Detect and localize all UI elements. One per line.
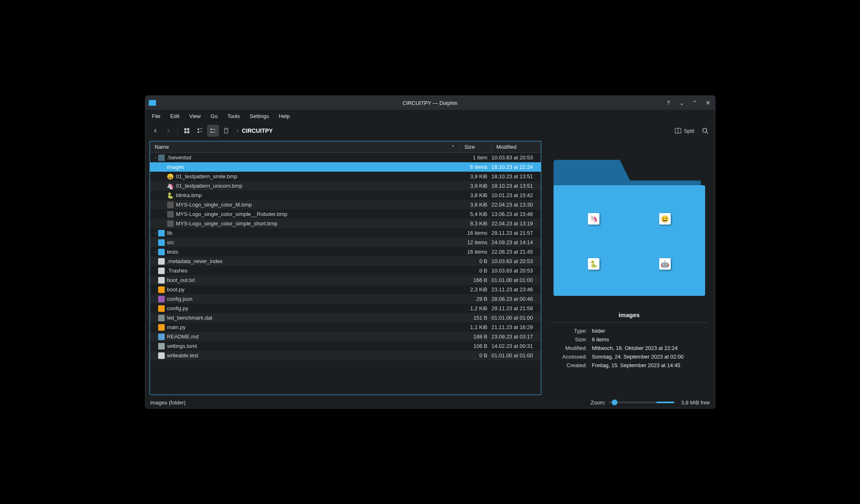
svg-rect-1	[187, 128, 189, 130]
file-row[interactable]: MYS-Logo_single_color_simple_short.bmp8,…	[150, 219, 541, 228]
file-name: 01_testpattern_smile.bmp	[176, 173, 238, 179]
menu-tools[interactable]: Tools	[223, 111, 244, 121]
file-row[interactable]: MYS-Logo_single_color_M.bmp3,8 KiB22.04.…	[150, 200, 541, 209]
forward-button[interactable]	[163, 125, 174, 136]
file-row[interactable]: .Trashes0 B10.03.63 at 20:53	[150, 266, 541, 275]
file-list[interactable]: ›.fseventsd1 item10.03.63 at 20:53⌄image…	[150, 153, 541, 395]
file-row[interactable]: settings.toml106 B14.02.23 at 00:31	[150, 341, 541, 351]
svg-rect-13	[225, 129, 227, 129]
file-name: images	[167, 164, 184, 170]
file-row[interactable]: .metadata_never_index0 B10.03.63 at 20:5…	[150, 257, 541, 266]
file-py-icon	[158, 286, 165, 293]
zoom-slider[interactable]	[609, 402, 674, 403]
expander-icon[interactable]: ›	[153, 231, 158, 235]
file-row[interactable]: MYS-Logo_single_color_simple__Roboter.bm…	[150, 209, 541, 219]
help-icon[interactable]: ?	[665, 100, 672, 106]
file-row[interactable]: config.py1,2 KiB29.11.23 at 21:58	[150, 304, 541, 313]
emoji-icon: 🦄	[167, 183, 174, 189]
back-button[interactable]	[150, 125, 161, 136]
status-free-space: 3,8 MiB free	[681, 400, 710, 406]
file-py-icon	[158, 324, 165, 331]
file-row[interactable]: boot_out.txt166 B01.01.00 at 01:00	[150, 275, 541, 285]
menu-go[interactable]: Go	[206, 111, 222, 121]
file-size: 0 B	[460, 268, 492, 274]
file-modified: 18.10.23 at 13:51	[492, 183, 541, 189]
file-size: 16 items	[460, 249, 492, 255]
file-size: 1,1 KiB	[460, 324, 492, 330]
breadcrumb-current[interactable]: CIRCUITPY	[242, 127, 272, 134]
file-row[interactable]: main.py1,1 KiB21.11.23 at 16:29	[150, 322, 541, 332]
info-modified-label: Modified:	[550, 345, 587, 351]
file-row[interactable]: ›tests16 items22.08.23 at 21:45	[150, 247, 541, 257]
file-modified: 21.11.23 at 16:29	[492, 324, 541, 330]
view-details-button[interactable]	[207, 125, 219, 136]
view-icons-button[interactable]	[181, 125, 193, 136]
svg-line-17	[706, 132, 708, 134]
folder-icon	[158, 230, 165, 236]
svg-rect-6	[197, 132, 199, 133]
file-row[interactable]: writeable.test0 B01.01.00 at 01:00	[150, 351, 541, 360]
minimize-icon[interactable]: ⌄	[678, 100, 685, 106]
info-accessed-value: Sonntag, 24. September 2023 at 02:00	[592, 354, 708, 360]
file-txt-icon	[158, 277, 165, 284]
file-modified: 23.09.23 at 03:17	[492, 334, 541, 340]
maximize-icon[interactable]: ⌃	[691, 100, 699, 106]
column-header-modified[interactable]: Modified	[492, 141, 541, 152]
expander-icon[interactable]: ›	[153, 250, 158, 254]
file-txt-icon	[158, 352, 165, 359]
file-name: .fseventsd	[167, 154, 191, 161]
file-size: 3,9 KiB	[460, 183, 492, 189]
svg-rect-0	[184, 128, 186, 130]
file-row[interactable]: config.json29 B28.08.23 at 00:46	[150, 294, 541, 304]
file-row[interactable]: led_benchmark.dat151 B01.01.00 at 01:00	[150, 313, 541, 322]
menu-file[interactable]: File	[148, 111, 165, 121]
info-size-label: Size:	[550, 336, 587, 343]
emoji-icon: 🐍	[167, 192, 174, 199]
file-row[interactable]: ›lib16 items29.11.23 at 21:57	[150, 228, 541, 238]
file-modified: 24.09.23 at 14:14	[492, 239, 541, 245]
preview-thumb: 🐍	[588, 258, 599, 270]
file-size: 3,8 KiB	[460, 192, 492, 198]
file-name: config.json	[167, 296, 193, 302]
svg-rect-2	[184, 131, 186, 133]
menu-edit[interactable]: Edit	[166, 111, 183, 121]
file-row[interactable]: src12 items24.09.23 at 14:14	[150, 238, 541, 247]
breadcrumb[interactable]: › CIRCUITPY	[237, 127, 273, 134]
file-row[interactable]: 😄01_testpattern_smile.bmp3,9 KiB18.10.23…	[150, 172, 541, 181]
menu-view[interactable]: View	[185, 111, 205, 121]
menu-settings[interactable]: Settings	[246, 111, 273, 121]
file-row[interactable]: ›.fseventsd1 item10.03.63 at 20:53	[150, 153, 541, 162]
file-row[interactable]: README.md188 B23.09.23 at 03:17	[150, 332, 541, 341]
info-size-value: 6 items	[592, 336, 708, 343]
file-name: MYS-Logo_single_color_simple__Roboter.bm…	[176, 211, 288, 217]
file-row[interactable]: 🦄01_testpattern_unicorn.bmp3,9 KiB18.10.…	[150, 181, 541, 191]
column-header-size[interactable]: Size	[460, 141, 492, 152]
dolphin-window: CIRCUITPY — Dolphin ? ⌄ ⌃ ✕ File Edit Vi…	[145, 95, 715, 409]
expander-icon[interactable]: ›	[153, 155, 158, 160]
file-name: config.py	[167, 305, 188, 311]
url-nav-button[interactable]	[220, 125, 232, 136]
file-size: 1,2 KiB	[460, 305, 492, 311]
file-modified: 10.03.63 at 20:53	[492, 154, 541, 161]
chevron-right-icon: ›	[237, 127, 239, 134]
column-header-name[interactable]: Name ^	[150, 141, 460, 152]
expander-icon[interactable]: ⌄	[153, 165, 158, 169]
close-icon[interactable]: ✕	[704, 100, 712, 106]
view-compact-button[interactable]	[194, 125, 206, 136]
file-row[interactable]: boot.py2,3 KiB23.11.23 at 23:46	[150, 285, 541, 294]
info-modified-value: Mittwoch, 18. Oktober 2023 at 22:24	[592, 345, 708, 351]
file-modified: 10.01.23 at 15:42	[492, 192, 541, 198]
split-button[interactable]: Split	[675, 128, 694, 134]
file-size: 8,3 KiB	[460, 220, 492, 227]
file-name: settings.toml	[167, 343, 197, 349]
file-row[interactable]: 🐍blinka.bmp3,8 KiB10.01.23 at 15:42	[150, 191, 541, 200]
file-name: README.md	[167, 334, 199, 340]
titlebar: CIRCUITPY — Dolphin ? ⌄ ⌃ ✕	[145, 96, 715, 110]
file-size: 6 items	[460, 164, 492, 170]
file-row[interactable]: ⌄images6 items18.10.23 at 22:24	[150, 162, 541, 172]
info-properties: Type: folder Size: 6 items Modified: Mit…	[550, 328, 708, 368]
search-button[interactable]	[699, 125, 711, 136]
menu-help[interactable]: Help	[275, 111, 294, 121]
file-modified: 01.01.00 at 01:00	[492, 352, 541, 359]
file-txt-icon	[158, 268, 165, 274]
